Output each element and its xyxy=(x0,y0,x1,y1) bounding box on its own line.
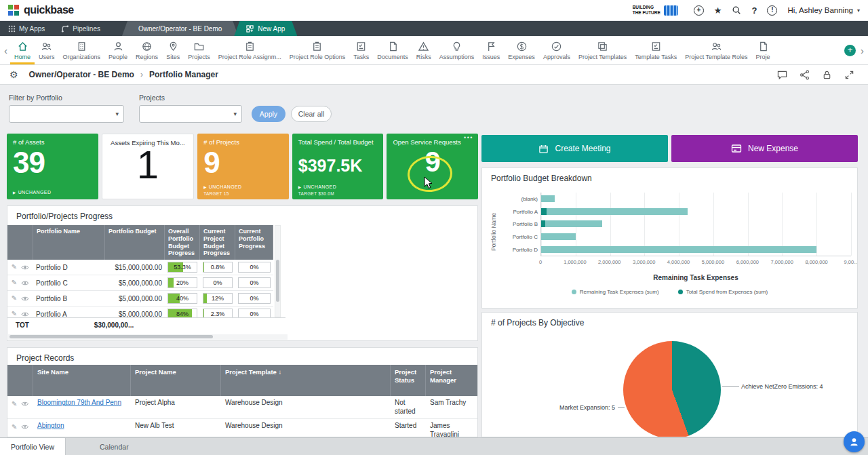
vertical-scrollbar[interactable] xyxy=(275,225,281,317)
nav-item[interactable]: Projects xyxy=(184,36,214,64)
horizontal-scrollbar[interactable] xyxy=(8,334,288,340)
legend-item[interactable]: Total Spend from Expenses (sum) xyxy=(678,289,768,295)
lock-icon[interactable] xyxy=(822,70,832,80)
nav-item[interactable]: Expenses xyxy=(504,36,539,64)
cell-portfolio-name[interactable]: Portfolio B xyxy=(33,291,105,306)
help-widget-button[interactable] xyxy=(844,431,865,452)
create-meeting-button[interactable]: Create Meeting xyxy=(481,135,668,162)
nav-item[interactable]: People xyxy=(104,36,132,64)
nav-item-icon xyxy=(516,41,528,52)
column-header[interactable]: Current Project Budget Progress xyxy=(200,225,235,260)
column-header[interactable]: Overall Portfolio Budget Progress xyxy=(165,225,200,260)
cell-portfolio-name[interactable]: Portfolio D xyxy=(33,260,105,275)
kpi-card-assets-expiring[interactable]: Assets Expiring This Mo... 1 xyxy=(102,134,195,199)
site-link[interactable]: Abington xyxy=(37,422,64,431)
cell-portfolio-name[interactable]: Portfolio C xyxy=(33,275,105,291)
user-menu[interactable]: Hi, Ashley Banning ▾ xyxy=(787,6,860,14)
clear-all-button[interactable]: Clear all xyxy=(291,106,332,122)
view-icon[interactable] xyxy=(21,264,29,271)
pipelines-button[interactable]: Pipelines xyxy=(53,21,108,36)
nav-item[interactable]: Documents xyxy=(373,36,412,64)
view-icon[interactable] xyxy=(21,311,29,317)
nav-item[interactable]: Project Role Assignm... xyxy=(214,36,285,64)
add-table-button[interactable]: + xyxy=(844,45,856,56)
gear-icon[interactable]: ⚙ xyxy=(9,69,18,80)
projects-filter-select[interactable]: ▾ xyxy=(139,105,242,123)
apply-button[interactable]: Apply xyxy=(252,106,285,122)
view-icon[interactable] xyxy=(21,401,29,407)
breadcrumb-app[interactable]: Owner/Operator - BE Demo xyxy=(29,70,134,79)
kpi-card-total-spend[interactable]: Total Spend / Total Budget $397.5K ▶UNCH… xyxy=(292,134,384,199)
bar-segment[interactable] xyxy=(545,220,602,227)
legend-item[interactable]: Remaining Task Expenses (sum) xyxy=(572,289,659,295)
bar-segment[interactable] xyxy=(547,208,688,215)
column-header[interactable]: Project Template ↓ xyxy=(221,365,391,396)
nav-item-icon xyxy=(41,41,52,52)
site-link[interactable]: Bloomington 79th And Penn xyxy=(37,399,121,408)
quickbase-logo[interactable]: quickbase xyxy=(8,4,74,16)
objective-pie[interactable] xyxy=(623,341,721,437)
nav-item[interactable]: Project Template Roles xyxy=(681,36,751,64)
column-header[interactable]: Project Name xyxy=(131,365,221,396)
budget-chart-plot[interactable] xyxy=(540,193,851,256)
nav-item[interactable]: Users xyxy=(35,36,59,64)
nav-item[interactable]: Approvals xyxy=(539,36,574,64)
nav-scroll-left-icon[interactable]: ‹ xyxy=(1,45,10,56)
bar-segment[interactable] xyxy=(541,233,576,240)
nav-item[interactable]: Template Tasks xyxy=(631,36,681,64)
nav-scroll-right-icon[interactable]: › xyxy=(858,45,867,56)
nav-item[interactable]: Assumptions xyxy=(435,36,479,64)
edit-icon[interactable]: ✎ xyxy=(12,264,17,271)
nav-item[interactable]: Tasks xyxy=(349,36,373,64)
new-expense-button[interactable]: New Expense xyxy=(671,135,858,162)
edit-icon[interactable]: ✎ xyxy=(12,311,17,317)
nav-item[interactable]: Sites xyxy=(162,36,184,64)
column-header[interactable]: Portfolio Name xyxy=(33,225,105,260)
scrollbar-thumb[interactable] xyxy=(9,335,213,338)
column-header[interactable]: Site Name xyxy=(33,365,131,396)
nav-item[interactable]: Project Templates xyxy=(574,36,631,64)
column-header[interactable]: Project Manager xyxy=(426,365,478,396)
share-icon[interactable] xyxy=(800,70,810,80)
app-tab[interactable]: Owner/Operator - BE Demo xyxy=(122,21,238,36)
kpi-card-open-service-requests[interactable]: ••• Open Service Requests 9 xyxy=(387,134,478,199)
bar-segment[interactable] xyxy=(541,208,547,215)
notifications-icon[interactable]: ! xyxy=(767,5,777,16)
view-icon[interactable] xyxy=(21,296,29,302)
nav-item[interactable]: Home xyxy=(10,36,35,64)
edit-icon[interactable]: ✎ xyxy=(12,295,17,302)
kpi-card-assets[interactable]: # of Assets 39 ▶UNCHANGED xyxy=(7,134,98,199)
triangle-icon: ▶ xyxy=(298,185,302,189)
nav-item[interactable]: Risks xyxy=(412,36,435,64)
kpi-card-projects[interactable]: # of Projects 9 ▶UNCHANGED TARGET 15 xyxy=(197,134,289,199)
column-header[interactable]: Project Status xyxy=(391,365,426,396)
add-icon[interactable]: + xyxy=(694,5,704,16)
bar-segment[interactable] xyxy=(541,195,555,202)
fullscreen-icon[interactable] xyxy=(844,70,854,80)
bar-segment[interactable] xyxy=(541,246,816,253)
column-header[interactable]: Current Portfolio Progress xyxy=(235,225,273,260)
help-icon[interactable]: ? xyxy=(751,5,757,16)
edit-icon[interactable]: ✎ xyxy=(12,279,17,286)
tab-portfolio-view[interactable]: Portfolio View xyxy=(0,438,66,455)
nav-item[interactable]: Regions xyxy=(132,36,162,64)
projects-filter-label: Projects xyxy=(139,94,242,102)
new-app-tab[interactable]: New App xyxy=(234,21,297,36)
nav-item[interactable]: Proje xyxy=(752,36,774,64)
portfolio-filter-select[interactable]: ▾ xyxy=(9,105,124,123)
column-header[interactable]: Portfolio Budget xyxy=(105,225,165,260)
view-icon[interactable] xyxy=(21,280,29,286)
my-apps-button[interactable]: My Apps xyxy=(0,21,53,36)
nav-item[interactable]: Organizations xyxy=(59,36,105,64)
view-icon[interactable] xyxy=(21,424,29,430)
scrollbar-thumb[interactable] xyxy=(276,260,279,302)
card-menu-dots[interactable]: ••• xyxy=(464,134,473,141)
favorites-star-icon[interactable]: ★ xyxy=(714,6,722,15)
edit-icon[interactable]: ✎ xyxy=(12,424,17,431)
search-icon[interactable] xyxy=(732,5,741,15)
nav-item[interactable]: Issues xyxy=(478,36,504,64)
feedback-icon[interactable] xyxy=(777,70,787,80)
tab-calendar[interactable]: Calendar xyxy=(89,438,140,455)
nav-item[interactable]: Project Role Options xyxy=(285,36,350,64)
edit-icon[interactable]: ✎ xyxy=(12,401,17,408)
